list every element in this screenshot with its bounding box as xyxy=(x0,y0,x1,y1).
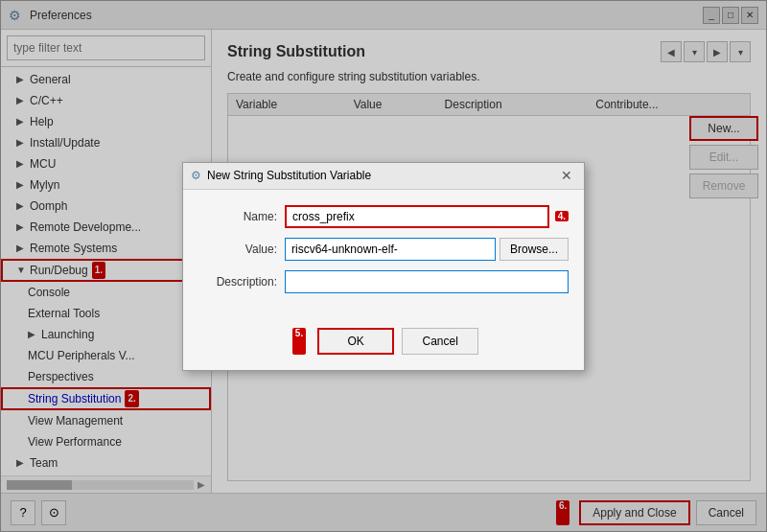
name-input[interactable] xyxy=(285,205,549,228)
dialog-titlebar: ⚙ New String Substitution Variable ✕ xyxy=(183,163,584,190)
browse-button[interactable]: Browse... xyxy=(500,238,569,261)
name-row: Name: 4. xyxy=(198,205,569,228)
description-input[interactable] xyxy=(285,270,569,293)
dialog-title: New String Substitution Variable xyxy=(207,169,557,182)
ok-button[interactable]: OK xyxy=(317,328,394,355)
value-row: Value: Browse... xyxy=(198,238,569,261)
description-row: Description: xyxy=(198,270,569,293)
dialog-buttons: 5. OK Cancel xyxy=(183,318,584,370)
dialog-icon: ⚙ xyxy=(191,169,201,182)
description-label: Description: xyxy=(198,275,285,289)
dialog: ⚙ New String Substitution Variable ✕ Nam… xyxy=(182,162,585,371)
cancel-dialog-button[interactable]: Cancel xyxy=(402,328,478,355)
annotation-4: 4. xyxy=(555,211,569,221)
annotation-5: 5. xyxy=(292,328,306,355)
name-label: Name: xyxy=(198,210,285,223)
value-label: Value: xyxy=(198,243,285,256)
value-input[interactable] xyxy=(285,238,496,261)
dialog-body: Name: 4. Value: Browse... Description: xyxy=(183,190,584,318)
dialog-close-button[interactable]: ✕ xyxy=(557,166,576,185)
dialog-overlay: ⚙ New String Substitution Variable ✕ Nam… xyxy=(0,0,767,532)
